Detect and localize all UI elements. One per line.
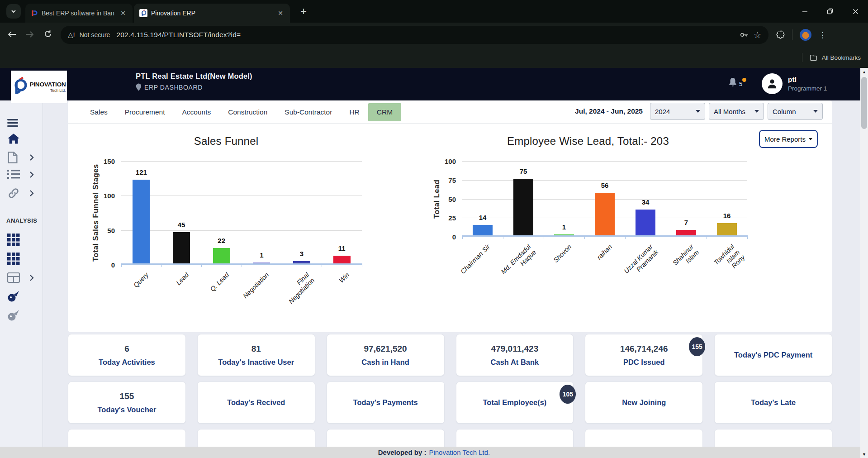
stat-card-today-s-recived[interactable]: Today's Recived xyxy=(197,382,315,424)
more-reports-button[interactable]: More Reports xyxy=(759,130,818,148)
all-bookmarks-button[interactable]: All Bookmarks xyxy=(802,47,861,68)
table-report-icon[interactable] xyxy=(7,272,20,285)
close-window-button[interactable] xyxy=(843,0,868,23)
company-logo[interactable]: PINOVATION Tech Ltd. xyxy=(11,71,67,103)
user-profile[interactable]: ptl Programmer 1 xyxy=(762,73,827,94)
bar-negotiation[interactable] xyxy=(253,262,270,263)
person-icon xyxy=(766,78,778,90)
chevron-right-icon[interactable] xyxy=(28,171,35,180)
stat-card-today-s-payments[interactable]: Today's Payments xyxy=(327,382,445,424)
page-scrollbar[interactable]: ▲ ▼ xyxy=(860,68,868,458)
tab-hr[interactable]: HR xyxy=(341,103,368,121)
y-axis-tick: 0 xyxy=(111,261,115,269)
minimize-button[interactable] xyxy=(792,0,817,23)
bar-uzzal-kumar-pramanik[interactable] xyxy=(636,210,655,235)
chevron-down-icon xyxy=(809,138,812,140)
browser-tab-2-active[interactable]: Pinovation ERP ✕ xyxy=(134,4,290,23)
tab-close-icon[interactable]: ✕ xyxy=(118,9,128,18)
bar-shahinur-islam[interactable] xyxy=(676,230,696,235)
grid-analysis-icon-2[interactable] xyxy=(7,253,20,267)
tab-accounts[interactable]: Accounts xyxy=(174,103,220,121)
comet-icon-gray[interactable] xyxy=(7,310,20,323)
back-button[interactable] xyxy=(6,30,17,40)
analysis-section-label: ANALYSIS xyxy=(6,217,38,224)
tab-close-icon[interactable]: ✕ xyxy=(275,9,285,18)
scrollbar-thumb[interactable] xyxy=(861,77,867,129)
scroll-down-arrow[interactable]: ▼ xyxy=(860,450,868,458)
pinovation-logo-icon xyxy=(12,77,28,97)
bar-final-negotiation[interactable] xyxy=(293,261,310,263)
stat-value: 479,011,423 xyxy=(491,344,539,354)
stat-card-pdc-issued[interactable]: 155146,714,246PDC Issued xyxy=(585,334,703,376)
list-icon[interactable] xyxy=(7,169,20,181)
stat-label: Today's Payments xyxy=(353,398,418,407)
password-key-icon[interactable] xyxy=(740,32,749,38)
stat-card-today-s-late[interactable]: Today's Late xyxy=(714,382,832,424)
x-axis-tick xyxy=(242,263,242,267)
bar-win[interactable] xyxy=(333,256,351,263)
url-bar[interactable]: △! Not secure 202.4.115.194/PTLINTSOFT/i… xyxy=(61,26,768,44)
chevron-right-icon[interactable] xyxy=(28,154,35,163)
extensions-puzzle-icon[interactable] xyxy=(776,30,785,39)
y-axis-tick: 50 xyxy=(448,195,456,203)
sales-funnel-plot: 050100150121Query45Lead22Q. Lead1Negotia… xyxy=(121,161,362,265)
forward-button[interactable] xyxy=(24,30,35,40)
stat-label: Today's Recived xyxy=(227,398,285,407)
home-icon[interactable] xyxy=(7,133,20,147)
stat-card-today-s-inactive-user[interactable]: 81Today's Inactive User xyxy=(197,334,315,376)
logo-title: PINOVATION xyxy=(29,81,66,88)
chart-type-select[interactable]: Column xyxy=(768,103,823,120)
comet-icon[interactable] xyxy=(7,291,20,304)
bar-query[interactable] xyxy=(133,180,150,263)
bar-raihan[interactable] xyxy=(595,193,615,235)
notification-bell[interactable]: 5 xyxy=(727,77,746,89)
stat-card-today-activities[interactable]: 6Today Activities xyxy=(68,334,186,376)
tab-procurement[interactable]: Procurement xyxy=(116,103,174,121)
bar-towhidul-islam-rony[interactable] xyxy=(717,223,737,235)
bar-chairman-sir[interactable] xyxy=(473,225,493,235)
category-label: raihan xyxy=(595,243,613,261)
bar-shovon[interactable] xyxy=(554,234,574,235)
grid-analysis-icon[interactable] xyxy=(7,234,20,248)
tab-crm[interactable]: CRM xyxy=(368,103,401,121)
bookmark-star-icon[interactable]: ☆ xyxy=(754,30,761,40)
sales-funnel-y-axis-label: Total Sales Funnel Stages xyxy=(91,161,100,265)
chevron-right-icon[interactable] xyxy=(28,274,35,283)
bar-md-emdadul-haque[interactable] xyxy=(513,179,533,235)
stat-card-today-s-voucher[interactable]: 155Today's Voucher xyxy=(68,382,186,424)
chevron-right-icon[interactable] xyxy=(28,190,35,199)
location-pin-icon xyxy=(136,83,142,91)
stat-card-cash-at-bank[interactable]: 479,011,423Cash At Bank xyxy=(456,334,574,376)
browser-profile-avatar[interactable] xyxy=(800,29,811,41)
new-tab-button[interactable]: + xyxy=(297,6,310,16)
stat-card-total-employee-s-[interactable]: 105Total Employee(s) xyxy=(456,382,574,424)
tab-sub-contractor[interactable]: Sub-Contractor xyxy=(276,103,341,121)
tab-search-button[interactable] xyxy=(6,4,21,19)
stat-label: Today's Inactive User xyxy=(218,358,294,367)
stat-card-cash-in-hand[interactable]: 97,621,520Cash in Hand xyxy=(327,334,445,376)
footer-link[interactable]: Pinovation Tech Ltd. xyxy=(429,448,490,456)
stat-cards: 6Today Activities81Today's Inactive User… xyxy=(68,334,832,458)
browser-menu-kebab-icon[interactable]: ⋮ xyxy=(819,30,826,40)
browser-tab-1[interactable]: Best ERP software in Banglades ✕ xyxy=(25,4,133,23)
bar-lead[interactable] xyxy=(173,232,190,263)
stat-card-today-s-pdc-payment[interactable]: Today's PDC Payment xyxy=(714,334,832,376)
dashboard-content: ANALYSIS xyxy=(0,100,868,458)
tab-construction[interactable]: Construction xyxy=(219,103,276,121)
restore-button[interactable] xyxy=(817,0,843,23)
employee-lead-chart-title: Employee Wise Lead, Total:- 203 xyxy=(457,135,719,148)
months-select[interactable]: All Months xyxy=(709,103,764,120)
menu-hamburger-icon[interactable] xyxy=(7,119,19,129)
tab-sales[interactable]: Sales xyxy=(81,103,116,121)
bar-value-label: 11 xyxy=(338,244,346,252)
stat-label: Today's PDC Payment xyxy=(734,351,812,359)
bar-q-lead[interactable] xyxy=(213,248,230,263)
reload-button[interactable] xyxy=(43,30,53,40)
stat-card-new-joining[interactable]: New Joining xyxy=(585,382,703,424)
y-axis-tick: 0 xyxy=(452,233,456,241)
gridline xyxy=(121,161,362,162)
year-select[interactable]: 2024 xyxy=(650,103,705,120)
link-icon[interactable] xyxy=(7,187,20,201)
document-icon[interactable] xyxy=(7,151,18,166)
scroll-up-arrow[interactable]: ▲ xyxy=(860,68,868,76)
